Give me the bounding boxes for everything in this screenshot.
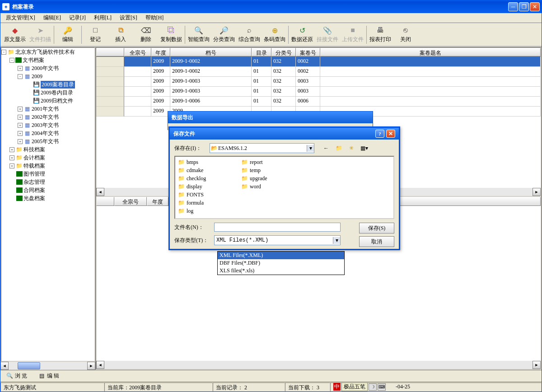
toolbar-分类查询[interactable]: 🔎分类查询	[211, 24, 237, 46]
table-cell[interactable]: 032	[271, 77, 296, 87]
table-cell[interactable]	[124, 57, 151, 67]
folder-item-log[interactable]: 📁log	[178, 207, 232, 215]
grid-header-blank[interactable]	[96, 48, 124, 56]
tree-node-2009归档文件[interactable]: 💾2009归档文件	[1, 97, 94, 105]
dropdown-option[interactable]: DBF Files(*.DBF)	[218, 259, 344, 267]
nav-views-icon[interactable]: ▦▾	[360, 144, 369, 153]
status-ime[interactable]: 中 极品五笔 ☽ ⌨ -04-25	[330, 383, 542, 392]
tree-node-特载档案[interactable]: +📁特载档案	[1, 162, 94, 170]
tree-node-2003年文书[interactable]: +▦2003年文书	[1, 121, 94, 129]
toolbar-条码查询[interactable]: ⊕条码查询	[262, 24, 287, 46]
table-cell[interactable]: 2009	[151, 57, 170, 67]
expand-icon[interactable]: +	[18, 107, 23, 112]
expand-icon[interactable]: +	[9, 155, 14, 160]
toolbar-原文显示[interactable]: ◆原文显示	[2, 24, 28, 46]
toolbar-插入[interactable]: ⧉插入	[108, 24, 133, 46]
menu-record[interactable]: 记录[J]	[65, 13, 89, 23]
detail-header-blank[interactable]	[96, 197, 114, 206]
scroll-right-icon[interactable]: ►	[87, 362, 95, 370]
tree-node-北京东方飞扬软件技术有[interactable]: -📁北京东方飞扬软件技术有	[1, 48, 94, 56]
dialog-help-button[interactable]: ?	[375, 130, 384, 138]
toolbar-删除[interactable]: ⌫删除	[133, 24, 159, 46]
collapse-icon[interactable]: -	[9, 58, 14, 63]
table-cell[interactable]: 2009	[151, 67, 170, 77]
table-cell[interactable]: 2009	[151, 87, 170, 97]
dropdown-option[interactable]: XLS files(*.xls)	[218, 267, 344, 275]
tree-node-会计档案[interactable]: +📁会计档案	[1, 154, 94, 162]
tree-node-2009卷内目录[interactable]: 💾2009卷内目录	[1, 89, 94, 97]
grid-header-danghao[interactable]: 档号	[170, 48, 252, 56]
tree-node-2009案卷目录[interactable]: 💾2009案卷目录	[1, 80, 94, 89]
table-cell[interactable]: 032	[271, 67, 296, 77]
table-cell[interactable]	[124, 87, 151, 97]
tab-browse[interactable]: 🔍 浏 览	[3, 371, 30, 381]
table-cell[interactable]: 01	[252, 77, 271, 87]
collapse-icon[interactable]: -	[18, 74, 23, 79]
nav-back-icon[interactable]: ←	[322, 144, 331, 153]
table-cell[interactable]: 2009-1-0006	[170, 97, 252, 107]
maximize-button[interactable]: ❐	[519, 2, 529, 11]
tree-node-光盘档案[interactable]: 光盘档案	[1, 194, 94, 202]
toolbar-报表打印[interactable]: 🖶报表打印	[368, 24, 393, 46]
table-row[interactable]: 20092009-1-0003010320003	[96, 87, 541, 97]
export-dialog-title[interactable]: 数据导出	[168, 112, 373, 123]
tree-node-杂志管理[interactable]: 杂志管理	[1, 178, 94, 186]
ime-keyboard-icon[interactable]: ⌨	[378, 383, 386, 391]
table-cell[interactable]: 2009	[151, 97, 170, 107]
detail-header-zong[interactable]: 全宗号	[114, 197, 147, 206]
table-cell[interactable]: 0003	[296, 87, 320, 97]
menu-use[interactable]: 利用[L]	[90, 13, 115, 23]
file-list[interactable]: 📁bmps📁cdmake📁checklog📁display📁FONTS📁form…	[174, 156, 394, 219]
table-cell[interactable]	[124, 77, 151, 87]
save-file-dialog[interactable]: 保存文件 ? ✕ 保存在(I)： 📂 ▾ ← 📁 ✳ ▦▾ 📁bmps📁cdma…	[168, 126, 400, 250]
table-cell[interactable]: 0006	[296, 97, 320, 107]
table-cell[interactable]: 01	[252, 87, 271, 97]
tree-pane[interactable]: -📁北京东方飞扬软件技术有-文书档案+▦2000年文书-▦2009💾2009案卷…	[0, 47, 95, 362]
detail-scrollbar[interactable]: ◄ ►	[96, 361, 541, 369]
menu-help[interactable]: 帮助[H]	[142, 13, 168, 23]
table-cell[interactable]: 032	[271, 87, 296, 97]
save-in-input[interactable]	[218, 145, 307, 152]
table-cell[interactable]: 01	[252, 57, 271, 67]
tree-node-2009[interactable]: -▦2009	[1, 72, 94, 80]
filetype-dropdown[interactable]: XML Files(*.XML)DBF Files(*.DBF)XLS file…	[217, 251, 345, 275]
table-cell[interactable]: 2009	[151, 77, 170, 87]
grid-header-title[interactable]: 案卷题名	[320, 48, 541, 56]
folder-item-display[interactable]: 📁display	[178, 183, 232, 190]
table-cell[interactable]	[96, 107, 124, 117]
toolbar-登记[interactable]: □登记	[83, 24, 108, 46]
folder-item-word[interactable]: 📁word	[241, 183, 295, 190]
table-cell[interactable]: 2009-1-0002	[170, 67, 252, 77]
table-cell[interactable]	[320, 67, 541, 77]
table-cell[interactable]: 0003	[296, 77, 320, 87]
table-cell[interactable]: 01	[252, 67, 271, 77]
table-cell[interactable]	[320, 57, 541, 67]
filetype-combo[interactable]: XML Files(*.XML) ▾	[214, 235, 341, 245]
tree-node-文书档案[interactable]: -文书档案	[1, 56, 94, 64]
filename-input[interactable]	[214, 223, 341, 232]
table-row[interactable]: 20092009-1-0002010320002	[96, 57, 541, 67]
menu-edit[interactable]: 编辑[E]	[40, 13, 65, 23]
folder-item-formula[interactable]: 📁formula	[178, 199, 232, 206]
scroll-left-icon[interactable]: ◄	[96, 188, 104, 196]
table-cell[interactable]	[124, 97, 151, 107]
minimize-button[interactable]: ─	[508, 2, 518, 11]
table-cell[interactable]: 0002	[296, 57, 320, 67]
dropdown-option[interactable]: XML Files(*.XML)	[218, 252, 344, 259]
table-row[interactable]: 20092009-1-0002010320002	[96, 67, 541, 77]
toolbar-关闭[interactable]: ⎋关闭	[393, 24, 418, 46]
tree-scrollbar[interactable]: ◄ ►	[0, 362, 95, 370]
grid-header-anjuan[interactable]: 案卷号	[296, 48, 320, 56]
ime-moon-icon[interactable]: ☽	[369, 383, 377, 391]
table-cell[interactable]: 032	[271, 57, 296, 67]
close-button[interactable]: ✕	[530, 2, 540, 11]
table-cell[interactable]	[96, 77, 124, 87]
toolbar-智能查询[interactable]: 🔍智能查询	[186, 24, 211, 46]
table-row[interactable]: 20092009-1-0006010320006	[96, 97, 541, 107]
menu-yuanwen[interactable]: 原文管理[X]	[2, 13, 39, 23]
save-button[interactable]: 保存(S)	[359, 223, 394, 233]
tree-node-科技档案[interactable]: +📁科技档案	[1, 145, 94, 154]
table-cell[interactable]: 2009-1-0003	[170, 87, 252, 97]
scroll-right-icon[interactable]: ►	[533, 188, 541, 196]
save-in-combo[interactable]: 📂 ▾	[210, 143, 314, 153]
